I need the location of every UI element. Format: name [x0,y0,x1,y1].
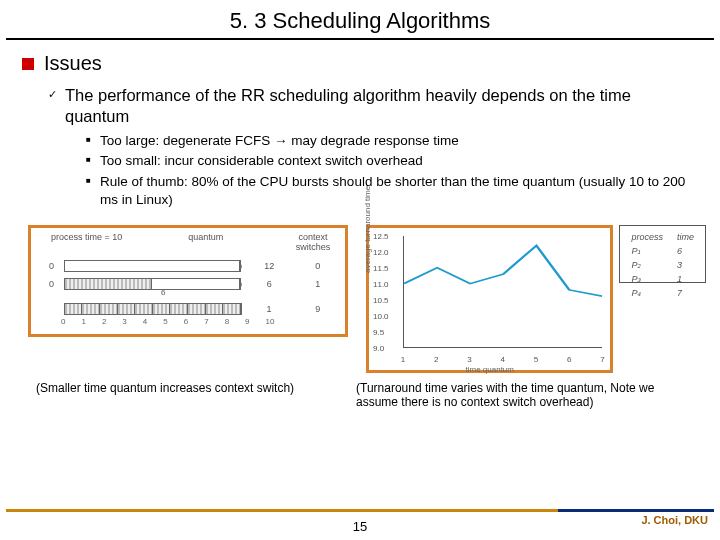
th: process [625,231,669,243]
x-tick: 7 [600,355,604,364]
lfig-row: 0 10 12 0 [49,260,339,272]
subpoint-text: The performance of the RR scheduling alg… [65,85,698,126]
y-tick: 10.0 [373,312,389,321]
left-figure: process time = 10 quantum context switch… [28,225,348,337]
lfig-header-left: process time = 10 [51,232,122,252]
y-tick: 12.5 [373,232,389,241]
y-axis-label: average turnaround time [363,186,372,273]
y-tick: 9.5 [373,328,384,337]
y-tick: 10.5 [373,296,389,305]
right-figure-group: average turnaround time time quantum 9.0… [366,225,706,373]
section-text: Issues [44,52,102,75]
x-tick: 5 [534,355,538,364]
th: time [671,231,700,243]
quantum-val: 6 [248,279,290,289]
process-table: processtime P₁6 P₂3 P₃1 P₄7 [619,225,706,283]
subpoint: ✓ The performance of the RR scheduling a… [48,85,698,126]
slide-title: 5. 3 Scheduling Algorithms [0,0,720,38]
content-area: Issues ✓ The performance of the RR sched… [0,40,720,209]
lfig-row: 1 9 [49,303,339,315]
caption-right: (Turnaround time varies with the time qu… [356,381,696,409]
x-tick: 1 [401,355,405,364]
figures-row: process time = 10 quantum context switch… [0,211,720,373]
caption-left: (Smaller time quantum increases context … [36,381,336,409]
bullet-list: Too large: degenerate FCFS → may degrade… [86,132,698,209]
author-credit: J. Choi, DKU [641,514,708,526]
x-tick: 3 [467,355,471,364]
quantum-val: 12 [248,261,290,271]
bullet-item: Too small: incur considerable context sw… [86,152,698,170]
x-axis-label: time quantum [466,365,514,374]
lfig-xticks: 01 23 45 67 89 10 [61,317,339,326]
y-tick: 9.0 [373,344,384,353]
y-tick: 12.0 [373,248,389,257]
footer-rule [6,509,714,512]
lfig-header-quantum: quantum [182,232,230,252]
red-square-bullet [22,58,34,70]
cs-val: 0 [297,261,339,271]
y-tick: 11.5 [373,264,389,273]
turnaround-chart: average turnaround time time quantum 9.0… [366,225,613,373]
quantum-val: 1 [248,304,291,314]
bullet-item: Too large: degenerate FCFS → may degrade… [86,132,698,150]
x-tick: 2 [434,355,438,364]
cs-val: 1 [297,279,339,289]
x-tick: 4 [501,355,505,364]
bullet-item: Rule of thumb: 80% of the CPU bursts sho… [86,173,698,209]
cs-val: 9 [296,304,339,314]
section-heading: Issues [22,52,698,75]
y-tick: 11.0 [373,280,389,289]
x-tick: 6 [567,355,571,364]
check-icon: ✓ [48,85,57,126]
lfig-header-cs: context switches [289,232,337,252]
captions-row: (Smaller time quantum increases context … [0,373,720,409]
page-number: 15 [353,519,367,534]
